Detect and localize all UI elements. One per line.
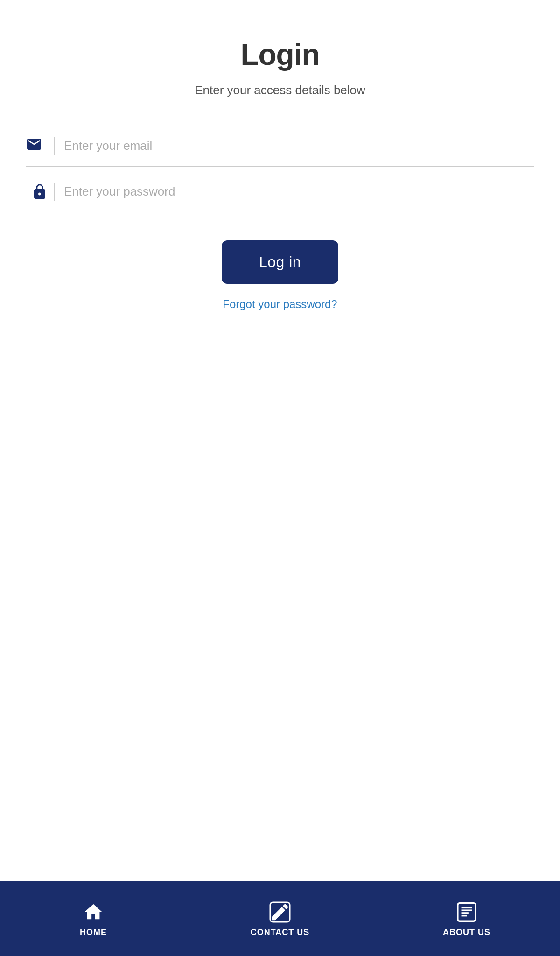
svg-rect-1: [458, 903, 476, 921]
contact-icon: [268, 900, 292, 924]
email-input-row: [26, 126, 534, 167]
page-subtitle: Enter your access details below: [195, 83, 365, 98]
password-field[interactable]: [64, 181, 534, 203]
nav-label-about: ABOUT US: [443, 928, 490, 937]
nav-item-home[interactable]: HOME: [47, 900, 140, 937]
login-button[interactable]: Log in: [222, 240, 338, 284]
lock-icon: [26, 183, 54, 200]
bottom-nav: HOME CONTACT US ABOUT US: [0, 881, 560, 956]
password-divider: [54, 183, 55, 201]
email-divider: [54, 137, 55, 155]
about-icon: [455, 900, 478, 924]
email-icon: [26, 136, 54, 156]
home-icon: [82, 900, 105, 924]
nav-label-home: HOME: [80, 928, 107, 937]
page-title: Login: [240, 37, 319, 72]
login-button-container: Log in: [26, 240, 534, 284]
email-field[interactable]: [64, 135, 534, 157]
nav-item-contact[interactable]: CONTACT US: [233, 900, 327, 937]
forgot-password-container: Forgot your password?: [26, 298, 534, 311]
forgot-password-link[interactable]: Forgot your password?: [223, 298, 337, 311]
nav-label-contact: CONTACT US: [251, 928, 310, 937]
password-input-row: [26, 171, 534, 212]
nav-item-about[interactable]: ABOUT US: [420, 900, 513, 937]
main-content: Login Enter your access details below: [0, 0, 560, 956]
login-form: Log in Forgot your password?: [12, 126, 548, 311]
